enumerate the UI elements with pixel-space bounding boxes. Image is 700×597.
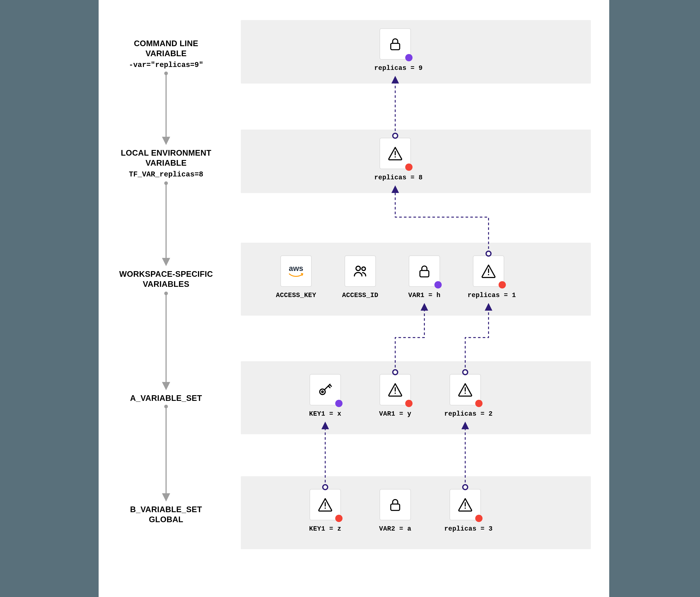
var-label: VAR1 = y (374, 410, 416, 417)
level-5-label: B_VARIABLE_SET GLOBAL (99, 504, 233, 524)
var-label: replicas = 1 (468, 291, 509, 299)
var-label: KEY1 = x (304, 410, 346, 417)
level-2-title-line1: LOCAL ENVIRONMENT (99, 148, 233, 158)
key-tile (309, 374, 341, 405)
warning-icon (457, 497, 473, 513)
warning-tile (473, 256, 504, 287)
svg-point-26 (164, 405, 168, 408)
level-4-label: A_VARIABLE_SET (99, 393, 233, 403)
status-dot-red (475, 515, 482, 522)
warning-tile (450, 489, 481, 520)
level-3-title-line1: WORKSPACE-SPECIFIC (99, 269, 233, 279)
level-2-subtitle: TF_VAR_replicas=8 (99, 170, 233, 178)
svg-point-15 (325, 508, 326, 509)
level-1-label: COMMAND LINE VARIABLE -var="replicas=9" (99, 38, 233, 69)
level-2-label: LOCAL ENVIRONMENT VARIABLE TF_VAR_replic… (99, 148, 233, 178)
status-dot-red (499, 281, 506, 288)
svg-rect-5 (420, 270, 429, 277)
var-access-key: aws ACCESS_KEY (275, 256, 317, 299)
warning-tile (379, 374, 411, 405)
status-dot-red (475, 400, 482, 407)
var-access-id: ACCESS_ID (339, 256, 381, 299)
var-label: replicas = 3 (444, 525, 486, 532)
level-3-label: WORKSPACE-SPECIFIC VARIABLES (99, 269, 233, 289)
level-5-title-line2: GLOBAL (99, 515, 233, 524)
var-key1-x: KEY1 = x (304, 374, 346, 417)
level-3-title-line2: VARIABLES (99, 279, 233, 289)
var-label: replicas = 8 (374, 174, 416, 181)
key-icon (317, 382, 333, 398)
status-dot-red (335, 515, 343, 522)
lock-icon (417, 263, 432, 279)
lock-tile (379, 489, 411, 520)
svg-point-13 (465, 393, 466, 394)
level-1-title-line2: VARIABLE (99, 48, 233, 58)
status-dot-purple (434, 281, 442, 288)
var-label: ACCESS_KEY (275, 291, 317, 299)
warning-icon (387, 382, 403, 398)
var-replicas-1: replicas = 1 (468, 256, 509, 299)
var-key1-z: KEY1 = z (304, 489, 346, 532)
svg-point-3 (356, 266, 360, 270)
var-replicas-8: replicas = 8 (374, 138, 416, 181)
status-dot-purple (335, 400, 343, 407)
aws-tile: aws (280, 256, 312, 287)
status-dot-red (405, 164, 412, 171)
var-label: replicas = 2 (444, 410, 486, 417)
status-dot-purple (405, 54, 412, 61)
level-5-title-line1: B_VARIABLE_SET (99, 504, 233, 515)
var-label: KEY1 = z (304, 525, 346, 532)
svg-rect-0 (391, 43, 400, 50)
users-icon (352, 263, 368, 279)
svg-point-2 (395, 157, 396, 158)
warning-tile (379, 138, 411, 169)
svg-point-11 (395, 393, 396, 394)
level-4-title-line1: A_VARIABLE_SET (99, 393, 233, 403)
users-tile (345, 256, 376, 287)
svg-point-7 (488, 274, 489, 275)
warning-tile (309, 489, 341, 520)
var-var1-y: VAR1 = y (374, 374, 416, 417)
svg-point-24 (164, 291, 168, 295)
warning-icon (317, 497, 333, 513)
var-var1-h: VAR1 = h (403, 256, 445, 299)
lock-tile (379, 28, 411, 59)
level-2-title-line2: VARIABLE (99, 158, 233, 168)
var-replicas-2: replicas = 2 (444, 374, 486, 417)
svg-rect-16 (391, 504, 400, 510)
warning-tile (450, 374, 481, 405)
var-replicas-3: replicas = 3 (444, 489, 486, 532)
warning-icon (457, 382, 473, 398)
level-1-title-line1: COMMAND LINE (99, 38, 233, 48)
var-label: ACCESS_ID (339, 291, 381, 299)
var-label: replicas = 9 (374, 65, 416, 72)
lock-icon (388, 497, 403, 512)
lock-icon (388, 36, 403, 52)
var-replicas-9: replicas = 9 (374, 28, 416, 72)
svg-point-22 (164, 181, 168, 185)
svg-point-9 (322, 391, 323, 393)
level-1-subtitle: -var="replicas=9" (99, 61, 233, 69)
var-label: VAR2 = a (374, 525, 416, 532)
warning-icon (480, 263, 497, 279)
warning-icon (387, 145, 403, 162)
svg-point-20 (164, 72, 168, 75)
svg-point-4 (362, 267, 366, 270)
diagram-canvas: COMMAND LINE VARIABLE -var="replicas=9" … (99, 0, 609, 597)
var-label: VAR1 = h (403, 291, 445, 299)
var-var2-a: VAR2 = a (374, 489, 416, 532)
svg-point-18 (465, 508, 466, 509)
lock-tile (409, 256, 440, 287)
status-dot-red (405, 400, 412, 407)
aws-logo-text: aws (289, 264, 303, 273)
aws-smile-icon (288, 273, 304, 278)
